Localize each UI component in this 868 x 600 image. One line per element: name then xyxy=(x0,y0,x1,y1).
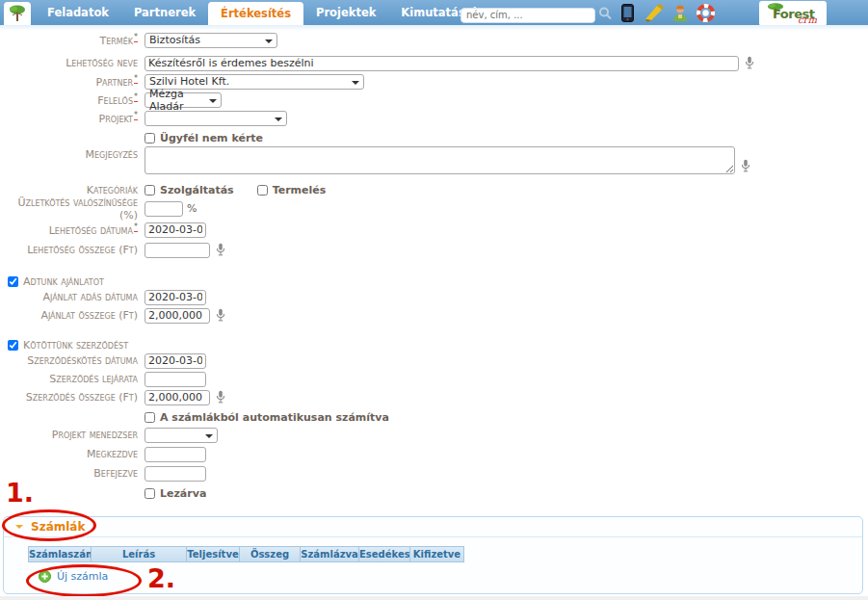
field-row-szerzodes-lejarata: Szerződés lejárata xyxy=(0,371,206,387)
uzletkotes-label: Üzletkötés valószínűsége (%) xyxy=(0,196,145,222)
field-row-projekt-menedzser: Projekt menedzser xyxy=(0,427,218,443)
field-row-projekt: Projekt* xyxy=(0,110,287,126)
adtunk-ajanlatot-label: Adtunk ajánlatot xyxy=(23,275,104,288)
quick-search xyxy=(460,4,593,19)
column-leiras[interactable]: Leírás xyxy=(91,546,187,562)
field-row-lehetoseg-neve: Lehetőség neve xyxy=(0,55,754,71)
projekt-select[interactable] xyxy=(145,111,287,126)
column-szamlazva[interactable]: Számlázva xyxy=(300,546,359,562)
megkezdve-input[interactable] xyxy=(145,447,206,462)
adtunk-ajanlatot-checkbox[interactable] xyxy=(8,276,18,287)
tab-feladatok[interactable]: Feladatok xyxy=(35,0,121,25)
tab-partnerek[interactable]: Partnerek xyxy=(121,0,208,25)
plus-icon xyxy=(39,570,51,583)
tab-projektek[interactable]: Projektek xyxy=(303,0,388,25)
field-row-uzletkotes-valoszinusege: Üzletkötés valószínűsége (%) % xyxy=(0,200,197,217)
brand-sub: crm xyxy=(798,14,817,25)
kotottunk-szerzodest-checkbox[interactable] xyxy=(8,340,18,351)
ugyfel-nem-kerte-checkbox[interactable] xyxy=(145,133,155,143)
column-kifizetve[interactable]: Kifizetve xyxy=(409,546,464,562)
ugyfel-nem-kerte-label: Ügyfél nem kérte xyxy=(160,132,263,144)
mic-icon[interactable] xyxy=(216,243,225,257)
szerzodeskotes-datuma-input[interactable] xyxy=(145,353,206,369)
mic-icon[interactable] xyxy=(745,56,754,70)
column-osszeg[interactable]: Összeg xyxy=(239,546,301,562)
termek-select[interactable]: Biztosítás xyxy=(145,33,277,48)
column-szamlaszam[interactable]: Számlaszám xyxy=(28,546,92,562)
annotation-step-1: 1. xyxy=(6,478,34,508)
forest-crm-logo: Forest crm xyxy=(759,1,827,26)
kategoriak-label: Kategóriák xyxy=(0,184,145,196)
ajanlat-adas-datuma-input[interactable] xyxy=(145,290,206,305)
field-row-ajanlat-adas-datuma: Ajánlat adás dátuma xyxy=(0,289,206,305)
megjegyzes-label: Megjegyzés xyxy=(0,148,145,161)
partner-value: Szilvi Hotel Kft. xyxy=(149,75,229,88)
phone-icon[interactable] xyxy=(621,4,634,22)
field-row-szerzodeskotes-datuma: Szerződéskötés dátuma xyxy=(0,352,206,369)
felelos-value: Mézga Aladár xyxy=(149,88,205,113)
szolgaltatas-checkbox[interactable] xyxy=(145,185,155,196)
lehetoseg-osszege-label: Lehetőség összege (Ft) xyxy=(0,244,145,256)
szamlakbol-automatikusan-label: A számlákból automatikusan számítva xyxy=(160,411,389,424)
required-marker: * xyxy=(134,92,138,102)
user-icon[interactable] xyxy=(671,4,689,22)
search-icon[interactable] xyxy=(598,4,612,22)
percent-suffix: % xyxy=(187,202,197,215)
column-teljesitve[interactable]: Teljesítve xyxy=(186,546,240,562)
invoices-table-header: Számlaszám Leírás Teljesítve Összeg Szám… xyxy=(28,546,464,562)
brush-icon[interactable] xyxy=(644,4,665,22)
field-row-ugyfel-nem-kerte: Ügyfél nem kérte xyxy=(145,130,263,146)
invoices-section-header[interactable]: Számlák xyxy=(4,517,862,537)
mic-icon[interactable] xyxy=(741,159,750,173)
field-row-termek: Termék* Biztosítás xyxy=(0,32,277,48)
szerzodes-osszege-label: Szerződés összege (Ft) xyxy=(0,391,145,404)
home-logo-tab[interactable] xyxy=(4,2,31,25)
nav-divider xyxy=(0,25,868,31)
tree-logo-icon xyxy=(8,4,27,23)
lehetoseg-neve-input[interactable] xyxy=(145,56,739,71)
ajanlat-osszege-label: Ajánlat összege (Ft) xyxy=(0,309,145,322)
mic-icon[interactable] xyxy=(216,308,225,323)
field-row-szamlakbol-automatikusan: A számlákból automatikusan számítva xyxy=(145,409,389,426)
required-marker: * xyxy=(134,33,138,42)
collapse-toggle-icon[interactable] xyxy=(15,525,23,533)
lezarva-checkbox[interactable] xyxy=(145,488,155,499)
termek-label: Termék* xyxy=(0,33,145,47)
new-invoice-button[interactable]: Új számla xyxy=(39,570,108,583)
lezarva-label: Lezárva xyxy=(160,487,206,500)
uzletkotes-input[interactable] xyxy=(145,201,183,217)
termek-value: Biztosítás xyxy=(149,34,200,46)
field-row-felelos: Felelős* Mézga Aladár xyxy=(0,91,222,108)
megkezdve-label: Megkezdve xyxy=(0,448,145,460)
felelos-select[interactable]: Mézga Aladár xyxy=(145,92,222,108)
required-marker: * xyxy=(134,111,138,120)
szamlakbol-automatikusan-checkbox[interactable] xyxy=(145,412,155,423)
termeles-checkbox[interactable] xyxy=(257,185,268,196)
projekt-label: Projekt* xyxy=(0,111,145,125)
top-navigation-bar: Feladatok Partnerek Értékesítés Projekte… xyxy=(0,0,868,25)
required-marker: * xyxy=(134,74,138,84)
befejezve-input[interactable] xyxy=(145,466,206,482)
help-lifebuoy-icon[interactable] xyxy=(697,4,715,22)
projekt-menedzser-select[interactable] xyxy=(145,428,218,443)
ajanlat-osszege-input[interactable] xyxy=(145,308,210,324)
lehetoseg-osszege-input[interactable] xyxy=(145,243,210,258)
termeles-label: Termelés xyxy=(273,184,327,196)
szerzodes-lejarata-input[interactable] xyxy=(145,372,206,387)
column-esedekes[interactable]: Esedékes xyxy=(358,546,410,562)
page-bottom-strip xyxy=(0,596,868,600)
tab-ertekesites[interactable]: Értékesítés xyxy=(208,2,303,25)
megjegyzes-textarea[interactable] xyxy=(145,146,735,174)
felelos-label: Felelős* xyxy=(0,92,145,107)
field-row-lezarva: Lezárva xyxy=(145,485,206,502)
lehetoseg-datuma-input[interactable] xyxy=(145,222,206,238)
required-marker: * xyxy=(134,222,138,232)
szerzodes-osszege-input[interactable] xyxy=(145,390,210,405)
invoices-panel: Számlák Számlaszám Leírás Teljesítve Öss… xyxy=(3,516,863,594)
search-input[interactable] xyxy=(460,8,595,23)
befejezve-label: Befejezve xyxy=(0,467,145,480)
szerzodeskotes-datuma-label: Szerződéskötés dátuma xyxy=(0,354,145,367)
mic-icon[interactable] xyxy=(216,390,225,404)
field-row-ajanlat-osszege: Ajánlat összege (Ft) xyxy=(0,307,225,324)
szolgaltatas-label: Szolgáltatás xyxy=(160,184,234,196)
